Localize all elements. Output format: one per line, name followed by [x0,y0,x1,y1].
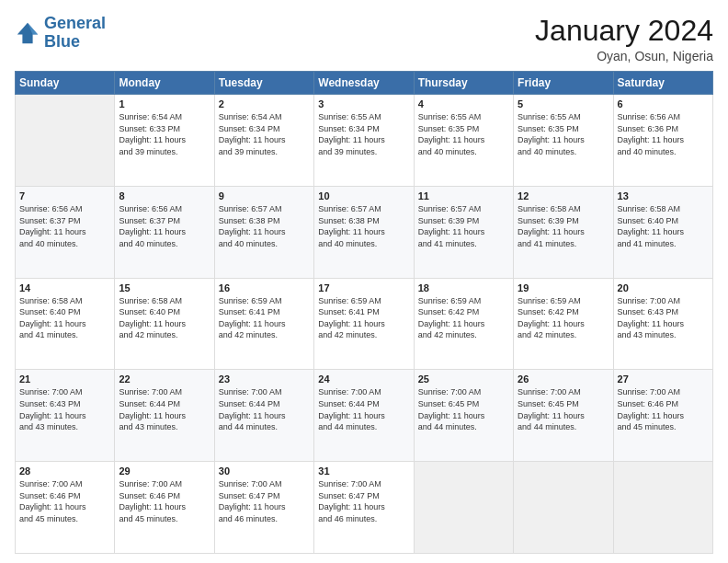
table-cell: 22Sunrise: 7:00 AMSunset: 6:44 PMDayligh… [115,370,214,462]
day-detail: Sunrise: 6:54 AMSunset: 6:34 PMDaylight:… [219,111,310,157]
day-detail: Sunrise: 6:55 AMSunset: 6:35 PMDaylight:… [518,111,609,157]
table-cell: 8Sunrise: 6:56 AMSunset: 6:37 PMDaylight… [115,186,214,278]
day-detail: Sunrise: 7:00 AMSunset: 6:44 PMDaylight:… [219,386,310,432]
day-detail: Sunrise: 6:55 AMSunset: 6:35 PMDaylight:… [418,111,509,157]
table-cell: 31Sunrise: 7:00 AMSunset: 6:47 PMDayligh… [314,462,414,554]
table-cell [16,95,115,187]
logo-text: General Blue [44,15,106,52]
table-cell: 25Sunrise: 7:00 AMSunset: 6:45 PMDayligh… [414,370,513,462]
table-cell: 21Sunrise: 7:00 AMSunset: 6:43 PMDayligh… [16,370,115,462]
logo-line1: General [44,14,106,32]
logo-icon [15,20,40,46]
table-cell: 23Sunrise: 7:00 AMSunset: 6:44 PMDayligh… [214,370,313,462]
table-cell: 11Sunrise: 6:57 AMSunset: 6:39 PMDayligh… [414,186,513,278]
day-number: 19 [518,282,609,293]
day-detail: Sunrise: 7:00 AMSunset: 6:46 PMDaylight:… [119,478,210,524]
table-cell: 16Sunrise: 6:59 AMSunset: 6:41 PMDayligh… [214,278,313,370]
day-detail: Sunrise: 7:00 AMSunset: 6:43 PMDaylight:… [618,295,709,341]
table-cell: 7Sunrise: 6:56 AMSunset: 6:37 PMDaylight… [16,186,115,278]
day-detail: Sunrise: 6:59 AMSunset: 6:41 PMDaylight:… [219,295,310,341]
day-number: 17 [318,282,409,293]
main-title: January 2024 [535,15,713,47]
subtitle: Oyan, Osun, Nigeria [535,49,713,63]
day-detail: Sunrise: 7:00 AMSunset: 6:46 PMDaylight:… [618,386,709,432]
week-row-5: 28Sunrise: 7:00 AMSunset: 6:46 PMDayligh… [16,462,713,554]
day-number: 12 [518,190,609,201]
table-cell: 19Sunrise: 6:59 AMSunset: 6:42 PMDayligh… [514,278,613,370]
day-detail: Sunrise: 6:58 AMSunset: 6:40 PMDaylight:… [618,203,709,249]
day-number: 23 [219,373,310,385]
logo: General Blue [15,15,106,52]
table-cell: 18Sunrise: 6:59 AMSunset: 6:42 PMDayligh… [414,278,513,370]
day-number: 11 [418,190,509,201]
day-detail: Sunrise: 6:55 AMSunset: 6:34 PMDaylight:… [318,111,409,157]
day-number: 26 [518,373,609,385]
table-cell: 6Sunrise: 6:56 AMSunset: 6:36 PMDaylight… [613,95,712,187]
day-detail: Sunrise: 6:57 AMSunset: 6:38 PMDaylight:… [219,203,310,249]
day-detail: Sunrise: 7:00 AMSunset: 6:45 PMDaylight:… [518,386,609,432]
day-number: 22 [119,373,210,385]
day-detail: Sunrise: 6:56 AMSunset: 6:37 PMDaylight:… [19,203,110,249]
day-detail: Sunrise: 6:58 AMSunset: 6:39 PMDaylight:… [518,203,609,249]
day-detail: Sunrise: 6:58 AMSunset: 6:40 PMDaylight:… [119,295,210,341]
day-number: 30 [219,465,310,477]
col-saturday: Saturday [613,72,712,95]
table-cell: 5Sunrise: 6:55 AMSunset: 6:35 PMDaylight… [514,95,613,187]
day-detail: Sunrise: 7:00 AMSunset: 6:43 PMDaylight:… [19,386,110,432]
day-detail: Sunrise: 7:00 AMSunset: 6:45 PMDaylight:… [418,386,509,432]
day-number: 1 [119,98,210,109]
day-detail: Sunrise: 6:56 AMSunset: 6:36 PMDaylight:… [618,111,709,157]
col-sunday: Sunday [16,72,115,95]
day-number: 18 [418,282,509,293]
day-number: 20 [618,282,709,293]
day-number: 25 [418,373,509,385]
week-row-2: 7Sunrise: 6:56 AMSunset: 6:37 PMDaylight… [16,186,713,278]
page: General Blue January 2024 Oyan, Osun, Ni… [0,0,728,563]
table-cell: 30Sunrise: 7:00 AMSunset: 6:47 PMDayligh… [214,462,313,554]
week-row-3: 14Sunrise: 6:58 AMSunset: 6:40 PMDayligh… [16,278,713,370]
day-detail: Sunrise: 7:00 AMSunset: 6:47 PMDaylight:… [318,478,409,524]
day-detail: Sunrise: 6:54 AMSunset: 6:33 PMDaylight:… [119,111,210,157]
day-number: 21 [19,373,110,385]
day-number: 13 [618,190,709,201]
table-cell [514,462,613,554]
day-detail: Sunrise: 6:57 AMSunset: 6:38 PMDaylight:… [318,203,409,249]
table-cell: 3Sunrise: 6:55 AMSunset: 6:34 PMDaylight… [314,95,414,187]
table-cell: 26Sunrise: 7:00 AMSunset: 6:45 PMDayligh… [514,370,613,462]
day-number: 9 [219,190,310,201]
calendar-header-row: Sunday Monday Tuesday Wednesday Thursday… [16,72,713,95]
day-number: 4 [418,98,509,109]
table-cell: 27Sunrise: 7:00 AMSunset: 6:46 PMDayligh… [613,370,712,462]
table-cell: 14Sunrise: 6:58 AMSunset: 6:40 PMDayligh… [16,278,115,370]
table-cell: 17Sunrise: 6:59 AMSunset: 6:41 PMDayligh… [314,278,414,370]
table-cell: 29Sunrise: 7:00 AMSunset: 6:46 PMDayligh… [115,462,214,554]
day-number: 3 [318,98,409,109]
day-number: 27 [618,373,709,385]
title-block: January 2024 Oyan, Osun, Nigeria [535,15,713,63]
table-cell [414,462,513,554]
day-number: 6 [618,98,709,109]
day-detail: Sunrise: 6:56 AMSunset: 6:37 PMDaylight:… [119,203,210,249]
day-number: 8 [119,190,210,201]
day-detail: Sunrise: 7:00 AMSunset: 6:47 PMDaylight:… [219,478,310,524]
table-cell [613,462,712,554]
day-detail: Sunrise: 7:00 AMSunset: 6:44 PMDaylight:… [119,386,210,432]
table-cell: 10Sunrise: 6:57 AMSunset: 6:38 PMDayligh… [314,186,414,278]
day-number: 2 [219,98,310,109]
table-cell: 24Sunrise: 7:00 AMSunset: 6:44 PMDayligh… [314,370,414,462]
day-number: 28 [19,465,110,477]
week-row-4: 21Sunrise: 7:00 AMSunset: 6:43 PMDayligh… [16,370,713,462]
table-cell: 20Sunrise: 7:00 AMSunset: 6:43 PMDayligh… [613,278,712,370]
table-cell: 1Sunrise: 6:54 AMSunset: 6:33 PMDaylight… [115,95,214,187]
day-detail: Sunrise: 7:00 AMSunset: 6:46 PMDaylight:… [19,478,110,524]
col-tuesday: Tuesday [214,72,313,95]
day-number: 24 [318,373,409,385]
day-number: 7 [19,190,110,201]
col-monday: Monday [115,72,214,95]
day-number: 14 [19,282,110,293]
calendar-table: Sunday Monday Tuesday Wednesday Thursday… [15,71,713,554]
week-row-1: 1Sunrise: 6:54 AMSunset: 6:33 PMDaylight… [16,95,713,187]
col-wednesday: Wednesday [314,72,414,95]
day-number: 29 [119,465,210,477]
table-cell: 13Sunrise: 6:58 AMSunset: 6:40 PMDayligh… [613,186,712,278]
